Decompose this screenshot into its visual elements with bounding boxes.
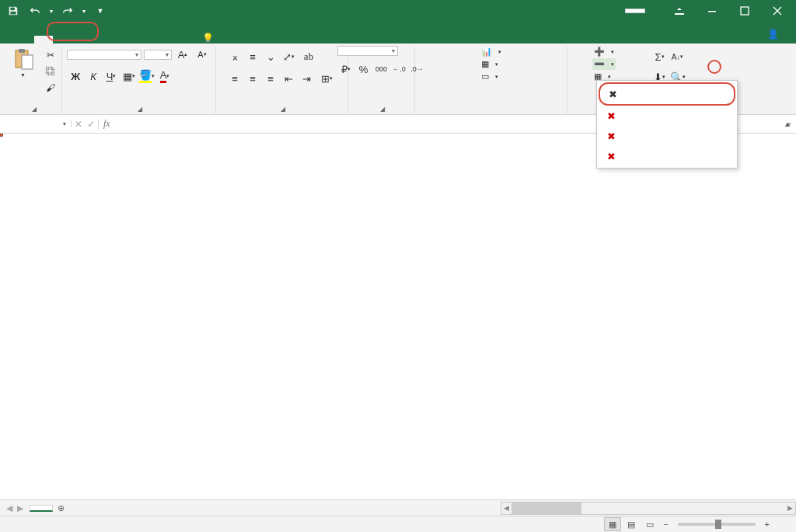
insert-cells-button[interactable]: ➕▾ xyxy=(592,46,616,57)
grow-font-icon[interactable]: A▴ xyxy=(174,46,191,63)
menu-delete-cells[interactable]: ✖ xyxy=(599,82,735,106)
menu-delete-rows[interactable]: ✖ xyxy=(599,106,735,126)
dialog-launcher-icon[interactable]: ◢ xyxy=(32,106,37,113)
svg-rect-3 xyxy=(708,11,716,12)
decrease-indent-icon[interactable]: ⇤ xyxy=(280,70,297,87)
collapse-ribbon-icon[interactable]: ▲ xyxy=(784,120,791,128)
tab-data[interactable] xyxy=(115,36,134,43)
cut-icon[interactable]: ✂ xyxy=(42,47,59,63)
new-sheet-icon[interactable]: ⊕ xyxy=(53,503,68,513)
menu-delete-sheet[interactable]: ✖ xyxy=(599,146,735,166)
wrap-text-icon[interactable]: ab xyxy=(298,48,319,65)
align-bottom-icon[interactable]: ⌄ xyxy=(262,48,279,65)
save-icon[interactable] xyxy=(3,2,23,20)
zoom-out-icon[interactable]: − xyxy=(658,520,672,529)
font-size-combo[interactable]: ▾ xyxy=(144,50,172,60)
dialog-launcher-icon[interactable]: ◢ xyxy=(281,106,285,113)
view-page-layout-icon[interactable]: ▤ xyxy=(623,517,640,531)
delete-cols-icon: ✖ xyxy=(605,130,617,142)
redo-dropdown-icon[interactable]: ▾ xyxy=(79,2,89,20)
dialog-launcher-icon[interactable]: ◢ xyxy=(138,106,142,113)
format-painter-icon[interactable]: 🖌 xyxy=(42,80,59,96)
maximize-icon[interactable] xyxy=(729,0,760,22)
sheet-next-icon[interactable]: ▶ xyxy=(17,503,23,513)
redo-icon[interactable] xyxy=(58,2,78,20)
format-table-icon: ▦ xyxy=(481,59,489,69)
svg-rect-6 xyxy=(19,49,25,53)
delete-sheet-icon: ✖ xyxy=(605,150,617,162)
login-button[interactable] xyxy=(625,9,645,13)
minimize-icon[interactable] xyxy=(696,0,728,22)
paste-button[interactable]: ▼ xyxy=(8,46,39,79)
underline-icon[interactable]: Ч▾ xyxy=(103,68,120,85)
tab-file[interactable] xyxy=(5,36,33,43)
undo-dropdown-icon[interactable]: ▾ xyxy=(47,2,56,20)
tab-review[interactable] xyxy=(135,36,154,43)
fill-color-icon[interactable]: 🪣▾ xyxy=(138,68,155,85)
sheet-prev-icon[interactable]: ◀ xyxy=(6,503,12,513)
enter-formula-icon[interactable]: ✓ xyxy=(87,119,95,130)
align-right-icon[interactable]: ≡ xyxy=(262,70,279,87)
align-center-icon[interactable]: ≡ xyxy=(244,70,261,87)
tab-insert[interactable] xyxy=(54,36,73,43)
italic-icon[interactable]: К xyxy=(85,68,102,85)
orientation-icon[interactable]: ⤢▾ xyxy=(280,48,297,65)
increase-decimal-icon[interactable]: ←.0 xyxy=(391,61,408,78)
borders-icon[interactable]: ▦▾ xyxy=(120,68,138,85)
view-normal-icon[interactable]: ▦ xyxy=(604,517,621,531)
comma-icon[interactable]: 000 xyxy=(373,61,390,78)
currency-icon[interactable]: ₽▾ xyxy=(337,61,354,78)
tab-formulas[interactable] xyxy=(95,36,113,43)
conditional-formatting-button[interactable]: 📊▾ xyxy=(479,46,504,57)
name-box[interactable]: ▾ xyxy=(0,120,72,127)
shrink-font-icon[interactable]: A▾ xyxy=(194,46,211,63)
align-left-icon[interactable]: ≡ xyxy=(226,70,243,87)
delete-cells-button[interactable]: ➖▾ xyxy=(592,58,616,70)
increase-indent-icon[interactable]: ⇥ xyxy=(298,70,315,87)
tab-layout[interactable] xyxy=(75,36,93,43)
tab-home[interactable] xyxy=(34,36,53,43)
sheet-tabs-bar: ◀▶ ⊕ ◀▶ xyxy=(0,499,796,516)
svg-rect-0 xyxy=(11,8,15,11)
share-icon: 👤 xyxy=(767,29,779,40)
merge-icon[interactable]: ⊞▾ xyxy=(316,70,337,87)
lightbulb-icon: 💡 xyxy=(202,33,214,43)
dialog-launcher-icon[interactable]: ◢ xyxy=(380,106,385,113)
undo-icon[interactable] xyxy=(25,2,45,20)
delete-dropdown-menu: ✖ ✖ ✖ ✖ xyxy=(596,80,738,169)
align-middle-icon[interactable]: ≡ xyxy=(244,48,261,65)
fx-icon[interactable]: fx xyxy=(99,118,115,130)
tell-me[interactable]: 💡 xyxy=(202,33,218,43)
status-bar: ▦ ▤ ▭ − + xyxy=(0,516,796,532)
sort-filter-icon[interactable]: A↓▾ xyxy=(669,48,686,65)
qat-customize-icon[interactable]: ▼ xyxy=(90,2,110,20)
close-icon[interactable] xyxy=(762,0,793,22)
share-button[interactable]: 👤 xyxy=(759,25,791,43)
ribbon-options-icon[interactable] xyxy=(664,0,695,22)
view-page-break-icon[interactable]: ▭ xyxy=(641,517,658,531)
tab-view[interactable] xyxy=(155,36,174,43)
sheet-tab[interactable] xyxy=(30,505,53,512)
zoom-slider[interactable] xyxy=(678,523,756,526)
cancel-formula-icon[interactable]: ✕ xyxy=(75,119,82,130)
sheet-nav[interactable]: ◀▶ xyxy=(0,503,30,513)
menu-delete-cols[interactable]: ✖ xyxy=(599,126,735,146)
font-name-combo[interactable]: ▾ xyxy=(67,50,141,60)
percent-icon[interactable]: % xyxy=(355,61,372,78)
bold-icon[interactable]: Ж xyxy=(67,68,84,85)
selection-outline xyxy=(0,134,3,137)
font-color-icon[interactable]: A▾ xyxy=(156,68,173,85)
svg-rect-4 xyxy=(741,7,749,15)
horizontal-scrollbar[interactable]: ◀▶ xyxy=(501,502,796,515)
autosum-icon[interactable]: Σ▾ xyxy=(651,48,669,65)
copy-icon[interactable]: ⿻ xyxy=(42,64,59,79)
delete-dropdown-highlight xyxy=(707,60,721,74)
tab-help[interactable] xyxy=(176,36,194,43)
format-table-button[interactable]: ▦▾ xyxy=(479,58,501,70)
zoom-in-icon[interactable]: + xyxy=(760,520,774,529)
align-top-icon[interactable]: ⌅ xyxy=(226,48,243,65)
title-bar: ▾ ▾ ▼ xyxy=(0,0,796,22)
number-format-combo[interactable]: ▾ xyxy=(337,46,398,56)
cond-format-icon: 📊 xyxy=(481,47,492,57)
cell-styles-button[interactable]: ▭▾ xyxy=(479,71,501,82)
